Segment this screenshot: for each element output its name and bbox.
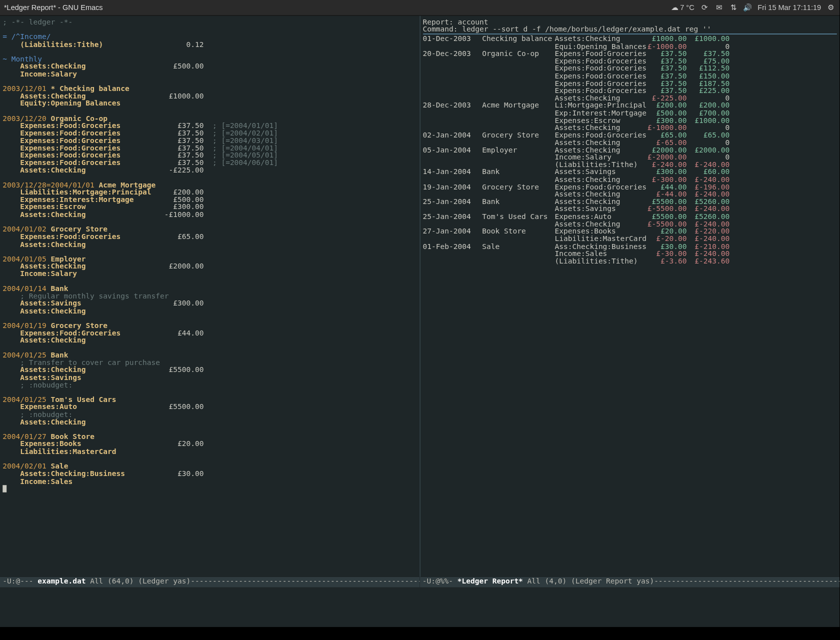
report-row: Expens:Food:Groceries£37.50£112.50 xyxy=(422,65,836,72)
emacs-frame: ; -*- ledger -*- = /^Income/ (Liabilitie… xyxy=(0,16,840,577)
source-line: Assets:Checking xyxy=(2,337,416,344)
titlebar: *Ledger Report* - GNU Emacs ☁ 7 °C ⟳ ✉ ⇅… xyxy=(0,0,840,16)
settings-gear-icon[interactable]: ⚙ xyxy=(826,4,836,12)
refresh-icon[interactable]: ⟳ xyxy=(700,4,708,12)
minibuffer[interactable] xyxy=(0,588,840,627)
source-line xyxy=(2,48,416,56)
report-command: Command: ledger --sort d -f /home/borbus… xyxy=(422,26,836,34)
source-line: (Liabilities:Tithe) 0.12 xyxy=(2,40,416,48)
report-row: Assets:Checking£-65.000 xyxy=(422,139,836,146)
source-line: ; :nobudget: xyxy=(2,382,416,389)
report-row: 02-Jan-2004Grocery StoreExpens:Food:Groc… xyxy=(422,132,836,139)
report-row: 25-Jan-2004Tom's Used CarsExpenses:Auto£… xyxy=(422,213,836,220)
system-tray: ☁ 7 °C ⟳ ✉ ⇅ 🔊 Fri 15 Mar 17:11:19 ⚙ xyxy=(671,4,836,12)
report-row: 19-Jan-2004Grocery StoreExpens:Food:Groc… xyxy=(422,184,836,191)
source-line xyxy=(2,26,416,34)
modeline-row: -U:@--- example.dat All (64,0) (Ledger y… xyxy=(0,577,840,588)
source-line: Assets:Checking -£225.00 xyxy=(2,166,416,174)
report-row: Assets:Checking£-300.00£-240.00 xyxy=(422,176,836,184)
report-row: Exp:Interest:Mortgage£500.00£700.00 xyxy=(422,110,836,117)
network-icon[interactable]: ⇅ xyxy=(728,4,738,12)
report-row: 01-Feb-2004SaleAss:Checking:Business£30.… xyxy=(422,242,836,250)
clock[interactable]: Fri 15 Mar 17:11:19 xyxy=(758,4,821,12)
modeline-right-buffer: *Ledger Report* xyxy=(458,577,523,586)
report-row: Equi:Opening Balances£-1000.000 xyxy=(422,42,836,50)
left-pane-ledger-source[interactable]: ; -*- ledger -*- = /^Income/ (Liabilitie… xyxy=(0,16,420,577)
source-line: Income:Salary xyxy=(2,70,416,78)
source-line: Assets:Checking xyxy=(2,308,416,315)
source-line: Assets:Checking -£1000.00 xyxy=(2,211,416,218)
report-row: (Liabilities:Tithe)£-3.60£-243.60 xyxy=(422,258,836,265)
right-pane-ledger-report[interactable]: Report: account Command: ledger --sort d… xyxy=(420,16,840,577)
volume-icon[interactable]: 🔊 xyxy=(743,4,752,12)
report-row: 28-Dec-2003Acme MortgageLi:Mortgage:Prin… xyxy=(422,102,836,110)
report-row: 14-Jan-2004BankAssets:Savings£300.00£60.… xyxy=(422,168,836,176)
modeline-right[interactable]: -U:@%%- *Ledger Report* All (4,0) (Ledge… xyxy=(420,577,840,588)
source-line: Liabilities:MasterCard xyxy=(2,448,416,456)
cursor xyxy=(2,485,416,492)
report-row: 25-Jan-2004BankAssets:Checking£5500.00£5… xyxy=(422,198,836,206)
window-title: *Ledger Report* - GNU Emacs xyxy=(4,4,103,12)
source-line: Assets:Checking xyxy=(2,240,416,248)
source-line: Income:Sales xyxy=(2,478,416,485)
mail-icon[interactable]: ✉ xyxy=(714,4,723,12)
weather-indicator[interactable]: ☁ 7 °C xyxy=(671,4,694,12)
report-row: 01-Dec-2003Checking balanceAssets:Checki… xyxy=(422,36,836,43)
report-row: Expens:Food:Groceries£37.50£225.00 xyxy=(422,87,836,94)
report-row: Expens:Food:Groceries£37.50£150.00 xyxy=(422,72,836,80)
source-line: Equity:Opening Balances xyxy=(2,100,416,108)
report-row: Expenses:Escrow£300.00£1000.00 xyxy=(422,116,836,124)
source-line: Assets:Checking xyxy=(2,418,416,426)
source-line: Income:Salary xyxy=(2,270,416,278)
report-row: 05-Jan-2004EmployerAssets:Checking£2000.… xyxy=(422,146,836,154)
modeline-left[interactable]: -U:@--- example.dat All (64,0) (Ledger y… xyxy=(0,577,420,588)
source-line: ; -*- ledger -*- xyxy=(2,18,416,26)
report-row: Assets:Savings£-5500.00£-240.00 xyxy=(422,206,836,213)
modeline-left-filename: example.dat xyxy=(38,577,86,586)
report-row: Liabilitie:MasterCard£-20.00£-240.00 xyxy=(422,235,836,242)
